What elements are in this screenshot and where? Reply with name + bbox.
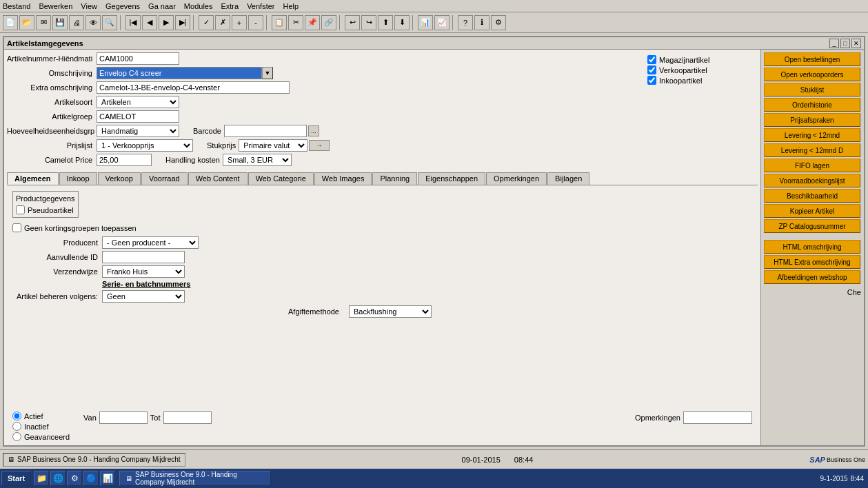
toolbar-open[interactable]: 📂 [19, 15, 34, 30]
menu-ga-naar[interactable]: Ga naar [148, 2, 176, 10]
toolbar-btn-m[interactable]: 📊 [418, 15, 433, 30]
toolbar-help[interactable]: ? [458, 15, 473, 30]
tab-bijlagen[interactable]: Bijlagen [547, 172, 589, 185]
voorraadboekingslijst-btn[interactable]: Voorraadboekingslijst [764, 174, 860, 187]
toolbar-save[interactable]: 💾 [52, 15, 68, 30]
artikel-beheren-select[interactable]: Geen [102, 290, 185, 303]
stukprijs-select[interactable]: Primaire valut [239, 139, 307, 152]
stukprijs-btn[interactable]: → [309, 140, 330, 151]
omschrijving-input[interactable] [97, 67, 262, 79]
levering-12mnd-btn[interactable]: Levering < 12mnd [764, 128, 860, 142]
toolbar-nav-last[interactable]: ▶| [175, 15, 190, 30]
prijslijst-select[interactable]: 1 - Verkoopprijs [97, 139, 193, 152]
fifo-lagen-btn[interactable]: FIFO lagen [764, 159, 860, 172]
toolbar-btn-d[interactable]: - [248, 15, 263, 30]
inkoopartikel-checkbox[interactable] [647, 76, 656, 85]
menu-bestand[interactable]: Bestand [3, 2, 30, 10]
pseudoartikel-checkbox[interactable] [16, 205, 25, 214]
hoeveelheidseenheid-select[interactable]: Handmatig [97, 125, 179, 137]
menu-gegevens[interactable]: Gegevens [105, 2, 140, 10]
tot-input[interactable] [163, 411, 212, 424]
menu-modules[interactable]: Modules [184, 2, 213, 10]
start-button[interactable]: Start [1, 471, 31, 486]
menu-bewerken[interactable]: Bewerken [39, 2, 72, 10]
afbeeldingen-webshop-btn[interactable]: Afbeeldingen webshop [764, 270, 860, 284]
toolbar-nav-next[interactable]: ▶ [159, 15, 174, 30]
menu-venfster[interactable]: Venfster [247, 2, 274, 10]
verzendwijze-select[interactable]: Franko Huis [102, 265, 185, 278]
taskbar-icon-2[interactable]: 🌐 [50, 471, 65, 486]
kopieer-artikel-btn[interactable]: Kopieer Artikel [764, 204, 860, 218]
toolbar-email[interactable]: ✉ [36, 15, 51, 30]
taskbar-task-sap[interactable]: 🖥 SAP Business One 9.0 - Handing Company… [119, 471, 271, 486]
producent-select[interactable]: - Geen producent - [102, 236, 199, 249]
taskbar-icon-1[interactable]: 📁 [34, 471, 49, 486]
toolbar-btn-a[interactable]: ✓ [199, 15, 214, 30]
toolbar-print[interactable]: 🖨 [69, 15, 84, 30]
toolbar-btn-b[interactable]: ✗ [215, 15, 230, 30]
tab-webcategorie[interactable]: Web Categorie [248, 172, 314, 185]
tab-opmerkingen[interactable]: Opmerkingen [486, 172, 547, 185]
aanvullende-id-input[interactable] [102, 251, 185, 263]
van-input[interactable] [99, 411, 148, 424]
toolbar-btn-k[interactable]: ⬆ [378, 15, 393, 30]
menu-extra[interactable]: Extra [221, 2, 239, 10]
toolbar-btn-g[interactable]: 📌 [305, 15, 320, 30]
toolbar-btn-l[interactable]: ⬇ [394, 15, 410, 30]
toolbar-btn-c[interactable]: + [232, 15, 247, 30]
radio-inactief-input[interactable] [12, 422, 21, 431]
toolbar-nav-first[interactable]: |◀ [125, 15, 141, 30]
tab-algemeen[interactable]: Algemeen [7, 172, 59, 185]
window-maximize[interactable]: □ [840, 39, 850, 48]
tab-voorraad[interactable]: Voorraad [141, 172, 188, 185]
menu-view[interactable]: View [81, 2, 97, 10]
geen-kortingsgroepen-checkbox[interactable] [12, 223, 21, 232]
taskbar-icon-5[interactable]: 📊 [100, 471, 115, 486]
window-minimize[interactable]: _ [829, 39, 839, 48]
tab-webcontent[interactable]: Web Content [188, 172, 248, 185]
serie-batchnummers-label[interactable]: Serie- en batchnummers [102, 280, 190, 288]
toolbar-btn-o[interactable]: ℹ [474, 15, 489, 30]
window-close[interactable]: ✕ [851, 39, 861, 48]
omschrijving-lookup[interactable]: ▼ [262, 67, 273, 79]
opmerkingen-input[interactable] [683, 411, 752, 424]
toolbar-preview[interactable]: 👁 [85, 15, 101, 30]
radio-actief-input[interactable] [12, 411, 21, 420]
verkoopartikel-checkbox[interactable] [647, 65, 656, 74]
html-omschrijving-btn[interactable]: HTML omschrijving [764, 240, 860, 254]
orderhistorie-btn[interactable]: Orderhistorie [764, 98, 860, 112]
prijsafspraken-btn[interactable]: Prijsafspraken [764, 113, 860, 127]
toolbar-btn-p[interactable]: ⚙ [491, 15, 506, 30]
afgiftemethode-select[interactable]: Backflushing [349, 305, 432, 318]
open-verkooporders-btn[interactable]: Open verkooporders [764, 68, 860, 81]
toolbar-btn-n[interactable]: 📈 [434, 15, 450, 30]
taskbar-icon-3[interactable]: ⚙ [67, 471, 82, 486]
toolbar-btn-e[interactable]: 📋 [272, 15, 287, 30]
tab-inkoop[interactable]: Inkoop [59, 172, 97, 185]
magazijnartikel-checkbox[interactable] [647, 55, 656, 64]
toolbar-find[interactable]: 🔍 [102, 15, 117, 30]
taskbar-icon-4[interactable]: 🔵 [83, 471, 99, 486]
extra-omschrijving-input[interactable] [97, 81, 290, 94]
toolbar-btn-i[interactable]: ↩ [345, 15, 360, 30]
menu-help[interactable]: Help [283, 2, 299, 10]
html-extra-omschrijving-btn[interactable]: HTML Extra omschrijving [764, 255, 860, 269]
toolbar-nav-prev[interactable]: ◀ [142, 15, 157, 30]
toolbar-btn-h[interactable]: 🔗 [321, 15, 336, 30]
zp-catalogusnummer-btn[interactable]: ZP Catalogusnummer [764, 219, 860, 233]
handling-kosten-select[interactable]: Small, 3 EUR [223, 154, 292, 166]
barcode-lookup[interactable]: ... [308, 125, 319, 136]
toolbar-btn-f[interactable]: ✂ [288, 15, 303, 30]
radio-geavanceerd-input[interactable] [12, 432, 21, 441]
tab-planning[interactable]: Planning [372, 172, 417, 185]
beschikbaarheid-btn[interactable]: Beschikbaarheid [764, 189, 860, 203]
levering-12mnd-d-btn[interactable]: Levering < 12mnd D [764, 143, 860, 157]
barcode-input[interactable] [224, 125, 307, 137]
open-bestellingen-btn[interactable]: Open bestellingen [764, 52, 860, 66]
stuklijst-btn[interactable]: Stuklijst [764, 83, 860, 96]
camelot-price-input[interactable] [97, 154, 152, 166]
toolbar-new[interactable]: 📄 [3, 15, 18, 30]
artikelnummer-input[interactable] [97, 52, 179, 65]
artikelgroep-input[interactable] [97, 110, 179, 123]
tab-verkoop[interactable]: Verkoop [98, 172, 141, 185]
